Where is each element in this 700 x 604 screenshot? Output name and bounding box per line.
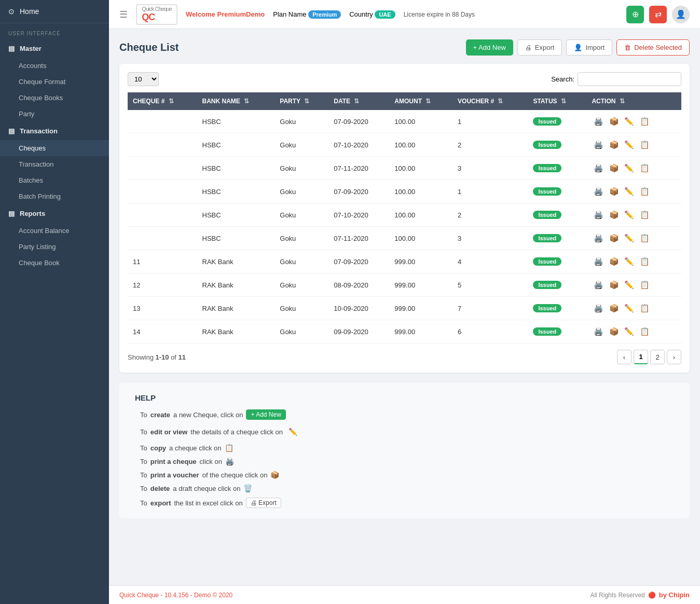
col-party[interactable]: PARTY ⇅ — [274, 92, 328, 110]
sidebar-item-cheque-book[interactable]: Cheque Book — [0, 255, 109, 271]
copy-button[interactable]: 📋 — [638, 138, 651, 152]
prev-page-button[interactable]: ‹ — [617, 350, 632, 364]
copy-button[interactable]: 📋 — [638, 208, 651, 222]
search-input[interactable] — [578, 72, 681, 86]
edit-button[interactable]: ✏️ — [623, 208, 636, 222]
print-voucher-button[interactable]: 📦 — [607, 208, 621, 222]
chipin-logo: 🔴 — [648, 592, 656, 599]
print-cheque-button[interactable]: 🖨️ — [592, 185, 605, 198]
print-voucher-button[interactable]: 📦 — [607, 325, 621, 338]
page-2-button[interactable]: 2 — [650, 350, 665, 364]
footer-rights: All Rights Reserved — [590, 592, 644, 599]
print-cheque-button[interactable]: 🖨️ — [592, 301, 605, 315]
cell-amount: 999.00 — [389, 320, 452, 344]
topbar-share-button[interactable]: ⇄ — [649, 6, 667, 23]
pagination: ‹ 1 2 › — [617, 350, 681, 364]
hamburger-icon[interactable]: ☰ — [119, 9, 128, 20]
print-cheque-button[interactable]: 🖨️ — [592, 255, 605, 268]
edit-button[interactable]: ✏️ — [623, 161, 636, 175]
sidebar-item-cheque-format[interactable]: Cheque Format — [0, 74, 109, 90]
search-box: Search: — [551, 72, 681, 86]
sidebar-item-cheque-books[interactable]: Cheque Books — [0, 90, 109, 106]
sidebar-home[interactable]: ⊙ Home — [0, 0, 109, 23]
edit-button[interactable]: ✏️ — [623, 138, 636, 152]
copy-button[interactable]: 📋 — [638, 325, 651, 338]
print-voucher-button[interactable]: 📦 — [607, 115, 621, 128]
home-icon: ⊙ — [8, 7, 15, 16]
table-body: HSBC Goku 07-09-2020 100.00 1 Issued 🖨️ … — [128, 110, 681, 344]
plan-badge: Premium — [308, 10, 341, 19]
col-date[interactable]: DATE ⇅ — [328, 92, 389, 110]
print-cheque-button[interactable]: 🖨️ — [592, 161, 605, 175]
page-1-button[interactable]: 1 — [634, 350, 648, 364]
table-header-row: CHEQUE # ⇅ BANK NAME ⇅ PARTY ⇅ DATE ⇅ AM… — [128, 92, 681, 110]
sidebar-reports-group[interactable]: ▤ Reports — [0, 204, 109, 223]
copy-button[interactable]: 📋 — [638, 185, 651, 198]
print-cheque-button[interactable]: 🖨️ — [592, 231, 605, 245]
sidebar-master-group[interactable]: ▤ Master — [0, 39, 109, 58]
next-page-button[interactable]: › — [667, 350, 681, 364]
edit-button[interactable]: ✏️ — [623, 301, 636, 315]
help-add-new-btn: + Add New — [246, 409, 285, 420]
sidebar-item-accounts[interactable]: Accounts — [0, 58, 109, 74]
print-voucher-button[interactable]: 📦 — [607, 138, 621, 152]
cell-amount: 100.00 — [389, 110, 452, 133]
print-voucher-button[interactable]: 📦 — [607, 231, 621, 245]
cell-date: 10-09-2020 — [328, 297, 389, 320]
sidebar-transaction-group[interactable]: ▤ Transaction — [0, 122, 109, 140]
add-new-button[interactable]: + Add New — [466, 39, 513, 56]
cell-voucher: 6 — [452, 320, 528, 344]
table-row: 13 RAK Bank Goku 10-09-2020 999.00 7 Iss… — [128, 297, 681, 320]
sidebar-item-party[interactable]: Party — [0, 106, 109, 122]
col-status[interactable]: STATUS ⇅ — [528, 92, 586, 110]
sidebar-item-transaction[interactable]: Transaction — [0, 156, 109, 172]
col-amount[interactable]: AMOUNT ⇅ — [389, 92, 452, 110]
sidebar-item-batches[interactable]: Batches — [0, 172, 109, 188]
copy-button[interactable]: 📋 — [638, 115, 651, 128]
copy-button[interactable]: 📋 — [638, 255, 651, 268]
cell-status: Issued — [528, 203, 586, 227]
col-cheque-no[interactable]: CHEQUE # ⇅ — [128, 92, 197, 110]
col-action[interactable]: ACTION ⇅ — [586, 92, 681, 110]
print-cheque-button[interactable]: 🖨️ — [592, 278, 605, 292]
edit-button[interactable]: ✏️ — [623, 115, 636, 128]
print-cheque-button[interactable]: 🖨️ — [592, 138, 605, 152]
cell-amount: 100.00 — [389, 180, 452, 203]
print-voucher-button[interactable]: 📦 — [607, 301, 621, 315]
copy-button[interactable]: 📋 — [638, 231, 651, 245]
copy-button[interactable]: 📋 — [638, 301, 651, 315]
import-button[interactable]: 👤 Import — [566, 39, 612, 56]
sidebar-item-party-listing[interactable]: Party Listing — [0, 239, 109, 255]
sidebar-item-account-balance[interactable]: Account Balance — [0, 223, 109, 239]
footer-right: All Rights Reserved 🔴 by Chipin — [590, 591, 690, 599]
sidebar-item-batch-printing[interactable]: Batch Printing — [0, 188, 109, 204]
print-voucher-button[interactable]: 📦 — [607, 185, 621, 198]
cell-bank: RAK Bank — [197, 273, 275, 297]
delete-selected-button[interactable]: 🗑 Delete Selected — [616, 39, 690, 56]
print-cheque-button[interactable]: 🖨️ — [592, 208, 605, 222]
copy-button[interactable]: 📋 — [638, 278, 651, 292]
topbar-add-button[interactable]: ⊕ — [626, 6, 644, 23]
status-badge: Issued — [533, 234, 561, 242]
sidebar-item-cheques[interactable]: Cheques — [0, 140, 109, 156]
edit-button[interactable]: ✏️ — [623, 231, 636, 245]
print-voucher-button[interactable]: 📦 — [607, 255, 621, 268]
cell-voucher: 3 — [452, 227, 528, 250]
print-cheque-button[interactable]: 🖨️ — [592, 325, 605, 338]
edit-button[interactable]: ✏️ — [623, 278, 636, 292]
col-voucher[interactable]: VOUCHER # ⇅ — [452, 92, 528, 110]
edit-button[interactable]: ✏️ — [623, 255, 636, 268]
export-button[interactable]: 🖨 Export — [517, 39, 562, 56]
copy-button[interactable]: 📋 — [638, 161, 651, 175]
per-page-dropdown[interactable]: 10 25 50 100 — [128, 72, 159, 86]
col-bank-name[interactable]: BANK NAME ⇅ — [197, 92, 275, 110]
print-voucher-button[interactable]: 📦 — [607, 278, 621, 292]
footer-left: Quick Cheque - 10.4.156 - Demo © 2020 — [119, 592, 232, 599]
print-voucher-button[interactable]: 📦 — [607, 161, 621, 175]
cell-status: Issued — [528, 273, 586, 297]
cell-cheque-no: 14 — [128, 320, 197, 344]
edit-button[interactable]: ✏️ — [623, 325, 636, 338]
edit-button[interactable]: ✏️ — [623, 185, 636, 198]
print-cheque-button[interactable]: 🖨️ — [592, 115, 605, 128]
user-avatar[interactable]: 👤 — [672, 6, 690, 23]
